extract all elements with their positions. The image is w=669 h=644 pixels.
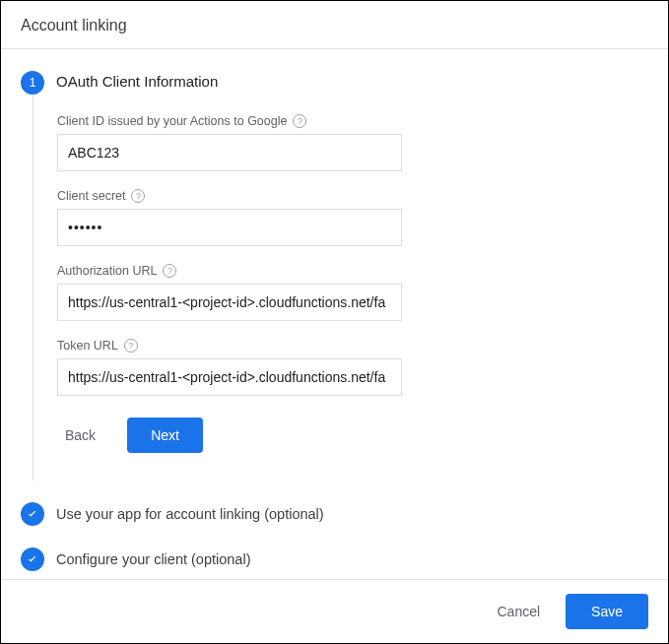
- step-complete-badge: [21, 547, 44, 571]
- client-id-label-row: Client ID issued by your Actions to Goog…: [57, 114, 648, 128]
- back-button[interactable]: Back: [57, 419, 103, 451]
- help-icon[interactable]: ?: [124, 339, 138, 353]
- step-app-linking[interactable]: Use your app for account linking (option…: [21, 502, 648, 526]
- help-icon[interactable]: ?: [293, 114, 306, 128]
- check-icon: [26, 507, 39, 521]
- client-id-label: Client ID issued by your Actions to Goog…: [57, 114, 287, 128]
- page-header: Account linking: [1, 1, 668, 49]
- save-button[interactable]: Save: [566, 594, 648, 629]
- help-icon[interactable]: ?: [163, 264, 176, 278]
- client-id-input[interactable]: [57, 134, 402, 171]
- client-id-group: Client ID issued by your Actions to Goog…: [57, 114, 648, 171]
- step-app-linking-title: Use your app for account linking (option…: [56, 506, 324, 522]
- token-url-group: Token URL ?: [57, 339, 648, 396]
- client-secret-label: Client secret: [57, 189, 125, 203]
- stepper-content: 1 OAuth Client Information Client ID iss…: [1, 49, 668, 579]
- token-url-input[interactable]: [57, 358, 402, 396]
- next-button[interactable]: Next: [127, 418, 203, 453]
- step-configure-client-title: Configure your client (optional): [56, 551, 250, 567]
- step-nav-buttons: Back Next: [57, 418, 648, 453]
- dialog-footer: Cancel Save: [1, 579, 668, 643]
- step-configure-client[interactable]: Configure your client (optional): [21, 547, 648, 571]
- step-number: 1: [30, 76, 36, 90]
- auth-url-label-row: Authorization URL ?: [57, 264, 648, 278]
- step-complete-badge: [21, 502, 44, 526]
- step-oauth-header: 1 OAuth Client Information: [21, 71, 648, 95]
- client-secret-label-row: Client secret ?: [57, 189, 648, 203]
- help-icon[interactable]: ?: [131, 189, 145, 203]
- auth-url-input[interactable]: [57, 284, 402, 321]
- client-secret-group: Client secret ?: [57, 189, 648, 246]
- cancel-button[interactable]: Cancel: [483, 596, 554, 627]
- auth-url-label: Authorization URL: [57, 264, 157, 278]
- step-number-badge: 1: [21, 71, 44, 95]
- step-oauth-body: Client ID issued by your Actions to Goog…: [33, 95, 648, 481]
- step-oauth-title: OAuth Client Information: [56, 71, 218, 90]
- token-url-label: Token URL: [57, 339, 118, 353]
- auth-url-group: Authorization URL ?: [57, 264, 648, 321]
- page-title: Account linking: [21, 17, 127, 33]
- check-icon: [26, 552, 39, 566]
- client-secret-input[interactable]: [57, 209, 402, 246]
- token-url-label-row: Token URL ?: [57, 339, 648, 353]
